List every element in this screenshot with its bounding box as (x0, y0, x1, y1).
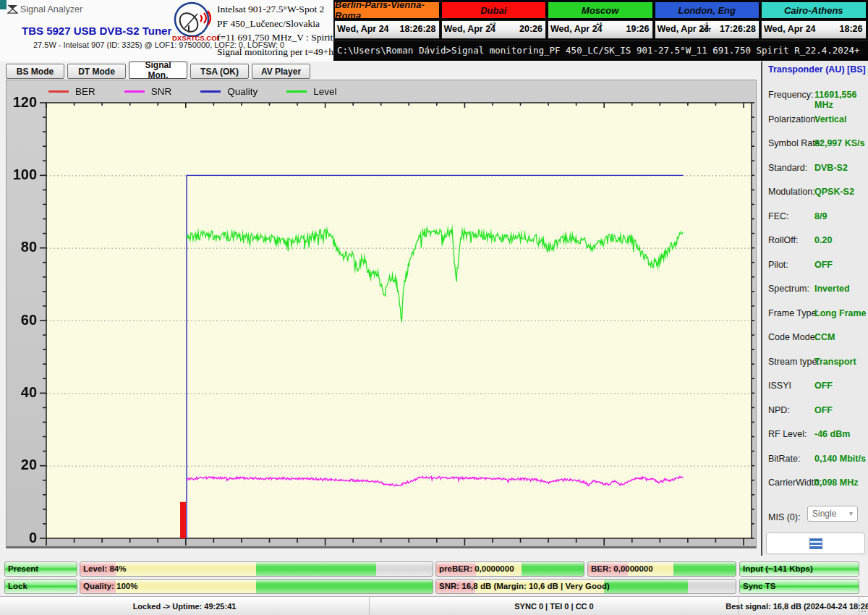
tuner-name: TBS 5927 USB DVB-S2 Tuner (22, 25, 171, 37)
transponder-row-value: OFF (814, 405, 833, 415)
gauge-snr: SNR: 16,8 dB (Margin: 10,6 dB | Very Goo… (435, 579, 736, 594)
tab-signal-mon-[interactable]: Signal Mon. (129, 62, 187, 79)
clock-london-eng: London, EngWed, Apr 24-1DST17:26:28 (655, 1, 760, 39)
mis-label: MIS (0): (768, 512, 800, 522)
transponder-row-value: Long Frame (814, 308, 867, 318)
transponder-row-label: RollOff: (768, 235, 798, 245)
clock-city-label: Cairo-Athens (761, 1, 867, 19)
transponder-row-value: Vertical (814, 114, 846, 124)
clock-city-label: Dubai (441, 1, 547, 19)
transponder-row-value: OFF (814, 381, 833, 391)
mis-dropdown[interactable]: Single ▾ (807, 506, 858, 522)
clock-date: Wed, Apr 24 (337, 24, 389, 34)
gauge-label: Lock (8, 582, 27, 590)
transponder-row: Symbol Rate:82,997 KS/s (762, 132, 868, 156)
chevron-down-icon: ▾ (849, 509, 853, 517)
transponder-row: FEC:8/9 (762, 205, 868, 229)
transponder-row-label: FEC: (768, 211, 788, 221)
clock-time-row: Wed, Apr 2418:26:28 (334, 20, 440, 39)
transponder-row-value: CCM (814, 332, 835, 342)
clock-date: Wed, Apr 24 (764, 24, 816, 34)
transponder-row: RF Level:-46 dBm (762, 423, 868, 447)
legend-dash-icon (200, 90, 221, 93)
transponder-row-label: NPD: (768, 405, 790, 415)
command-prompt[interactable]: C:\Users\Roman Dávid>Signal monitoring_P… (333, 41, 868, 59)
clock-utc-offset: +2 (485, 22, 501, 27)
transport-stream-list-button[interactable] (766, 533, 865, 554)
clock-time: 17:26:28 (720, 24, 756, 34)
transponder-row: NPD:OFF (762, 399, 868, 423)
gauge-sync-ts: Sync TS (739, 579, 859, 594)
clock-time: 20:26 (519, 24, 542, 34)
clock-city-label: London, Eng (655, 1, 760, 19)
transponder-row: RollOff:0.20 (762, 229, 868, 253)
mis-selected-value: Single (812, 509, 836, 519)
transponder-row-label: BitRate: (768, 454, 800, 464)
clock-time-row: Wed, Apr 24+220:26 (441, 20, 547, 39)
info-line: f=11 691,750 MHz_V : Spirit (217, 30, 336, 45)
transponder-row-label: Frequency: (768, 90, 814, 100)
info-line: Intelsat 901-27.5°W-Spot 2 (217, 2, 336, 17)
transponder-row-label: Frame Type: (768, 308, 819, 318)
transponder-row: Frequency:11691,556 MHz (762, 83, 868, 108)
status-uptime: Locked -> Uptime: 49:25:41 (0, 597, 370, 615)
legend-dash-icon (48, 90, 69, 93)
transponder-row-label: Pilot: (768, 260, 788, 270)
transponder-row: Polarization:Vertical (762, 108, 868, 132)
gauge-label: BER: 0,0000000 (591, 564, 653, 573)
transponder-row: ISSYIOFF (762, 374, 868, 399)
transponder-row-value: 0,098 MHz (814, 478, 858, 488)
transponder-row: Modulation:QPSK-S2 (762, 180, 868, 205)
mis-row: MIS (0): Single ▾ (762, 506, 868, 527)
clock-city-label: Moscow (548, 1, 653, 19)
chart-legend: BERSNRQualityLevel (48, 84, 366, 98)
transponder-row-label: CarrierWidth: (768, 478, 822, 488)
top-header: Signal Analyzer TBS 5927 USB DVB-S2 Tune… (0, 0, 336, 62)
transponder-row-label: Stream type: (768, 357, 820, 367)
gauge-label: Present (8, 564, 38, 573)
gauge-label: Sync TS (743, 582, 775, 590)
info-line: PF 450_Lučenec/Slovakia (217, 17, 336, 31)
transponder-row: CarrierWidth:0,098 MHz (762, 471, 868, 496)
clock-dubai: DubaiWed, Apr 24+220:26 (441, 1, 547, 39)
gauge-ber: BER: 0,0000000 (587, 561, 736, 577)
transponder-row: Pilot:OFF (762, 253, 868, 278)
clock-row: Berlin-Paris-Vienna-RomaWed, Apr 2418:26… (333, 0, 868, 39)
transponder-row-label: Spectrum: (768, 284, 809, 294)
clock-time-row: Wed, Apr 24+119:26 (548, 20, 653, 39)
transponder-row: Frame Type:Long Frame (762, 302, 868, 326)
gauge-present: Present (4, 561, 77, 577)
gauge-input-kbps-: Input (~141 Kbps) (739, 561, 859, 577)
legend-label: SNR (151, 86, 172, 97)
transponder-row-label: Modulation: (768, 187, 815, 197)
clock-utc-offset: -1DST (698, 22, 714, 33)
transponder-row-value: 0,140 Mbit/s (814, 454, 866, 464)
status-bar: Locked -> Uptime: 49:25:41 SYNC 0 | TEI … (0, 596, 868, 615)
transponder-rows: Frequency:11691,556 MHzPolarization:Vert… (762, 83, 868, 496)
clock-utc-offset: +1 (592, 22, 608, 27)
gauge-label: SNR: 16,8 dB (Margin: 10,6 dB | Very Goo… (439, 582, 610, 590)
legend-dash-icon (286, 90, 307, 93)
transponder-row-label: Standard: (768, 163, 807, 173)
tab-dt-mode[interactable]: DT Mode (67, 64, 126, 79)
signal-monitor-chart-panel: BERSNRQualityLevel (6, 80, 757, 548)
gauge-label: Quality: 100% (83, 582, 137, 590)
transponder-row-value: -46 dBm (814, 429, 850, 439)
transponder-row-value: DVB-S2 (814, 163, 848, 173)
transponder-row-label: ISSYI (768, 381, 791, 391)
signal-analyzer-window: { "window": { "title": "Signal Analyzer"… (0, 0, 868, 615)
dxsatcs-logo: DXSATCS.COM (167, 1, 219, 47)
legend-label: BER (75, 86, 95, 97)
status-sync: SYNC 0 | TEI 0 | CC 0 (370, 597, 739, 615)
tab-tsa-ok-[interactable]: TSA (OK) (190, 64, 249, 79)
tab-bs-mode[interactable]: BS Mode (6, 64, 64, 79)
mode-tab-bar: BS ModeDT ModeSignal Mon.TSA (OK)AV Play… (0, 62, 758, 79)
transponder-row-value: Transport (814, 357, 856, 367)
transponder-row-value: QPSK-S2 (814, 187, 854, 197)
legend-item-ber: BER (48, 86, 95, 97)
signal-chart-canvas (7, 80, 754, 546)
gauge-label: preBER: 0,0000000 (439, 564, 514, 573)
window-title: Signal Analyzer (20, 4, 82, 14)
transponder-row: Standard:DVB-S2 (762, 156, 868, 181)
tab-av-player[interactable]: AV Player (252, 64, 310, 79)
